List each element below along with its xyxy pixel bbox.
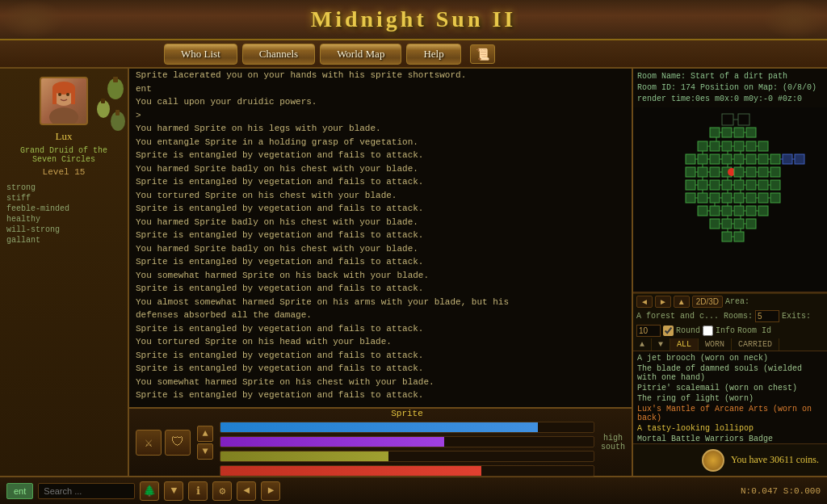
map-2d3d-btn[interactable]: 2D/3D bbox=[692, 296, 723, 308]
inv-tab-carried[interactable]: CARRIED bbox=[732, 338, 779, 351]
nav-world-map[interactable]: World Map bbox=[320, 44, 401, 65]
search-input[interactable] bbox=[38, 483, 135, 499]
svg-rect-40 bbox=[746, 154, 756, 164]
game-text-line: Sprite is entangled by vegetation and fa… bbox=[136, 175, 625, 189]
round-checkbox[interactable] bbox=[663, 326, 674, 336]
inventory-item[interactable]: A jet brooch (worn on neck) bbox=[637, 354, 823, 363]
main-layout: Lux Grand Druid of the Seven Circles Lev… bbox=[0, 69, 827, 476]
svg-rect-88 bbox=[734, 193, 744, 203]
scroll-up-button[interactable]: ▲ bbox=[197, 426, 213, 442]
svg-point-1 bbox=[49, 107, 78, 124]
svg-rect-20 bbox=[746, 128, 756, 137]
nav-bar: Who List Channels World Map Help 📜 bbox=[0, 40, 827, 69]
exits-label: Exits: bbox=[782, 312, 811, 321]
game-text-line: Sprite is entangled by vegetation and fa… bbox=[136, 388, 625, 402]
inventory-item[interactable]: Lux's Mantle of Arcane Arts (worn on bac… bbox=[637, 405, 823, 422]
svg-rect-69 bbox=[686, 180, 695, 190]
coins-text: You have 30611 coins. bbox=[731, 454, 819, 466]
map-nav-btn-2[interactable]: ► bbox=[655, 296, 671, 308]
svg-rect-110 bbox=[710, 219, 720, 229]
mp-bar-fill bbox=[220, 437, 444, 447]
char-stat-feeble-minded: feeble-minded bbox=[6, 204, 121, 213]
inventory-list[interactable]: A jet brooch (worn on neck)The blade of … bbox=[633, 351, 827, 443]
bottom-settings-icon[interactable]: ⚙ bbox=[212, 481, 232, 501]
nav-help[interactable]: Help bbox=[406, 44, 460, 65]
inventory-item[interactable]: Mortal Battle Warriors Badge bbox=[637, 435, 823, 443]
inv-tab-all[interactable]: ALL bbox=[670, 338, 699, 351]
inventory-item[interactable]: A tasty-looking lollipop bbox=[637, 424, 823, 433]
svg-rect-29 bbox=[758, 141, 768, 151]
character-name: Lux bbox=[56, 130, 73, 143]
svg-rect-72 bbox=[722, 180, 732, 190]
svg-rect-27 bbox=[734, 141, 744, 151]
hp-bar-fill bbox=[220, 422, 538, 432]
svg-rect-86 bbox=[710, 193, 720, 203]
inv-tab-worn[interactable]: WORN bbox=[699, 338, 732, 351]
scroll-arrows: ▲ ▼ bbox=[197, 426, 213, 460]
mp-bar-row bbox=[220, 436, 594, 447]
inv-scroll-up[interactable]: ▲ bbox=[633, 338, 652, 351]
combat-icon-2[interactable]: 🛡 bbox=[165, 430, 191, 456]
game-text-line: You somewhat harmed Sprite on his chest … bbox=[136, 376, 625, 389]
svg-rect-89 bbox=[746, 193, 756, 203]
svg-rect-18 bbox=[722, 128, 732, 137]
ent-button[interactable]: ent bbox=[6, 483, 33, 499]
map-view-btn[interactable]: ▲ bbox=[674, 296, 690, 308]
right-panel: Room Name: Start of a dirt path Room ID:… bbox=[633, 69, 827, 476]
game-text-line: Sprite is entangled by vegetation and fa… bbox=[136, 202, 625, 216]
direction-info: high south bbox=[601, 434, 625, 452]
rooms-input[interactable] bbox=[755, 310, 779, 322]
game-text-line: Sprite is entangled by vegetation and fa… bbox=[136, 362, 625, 376]
svg-rect-113 bbox=[746, 219, 756, 229]
game-text-line: Sprite is entangled by vegetation and fa… bbox=[136, 349, 625, 363]
inventory-item[interactable]: The ring of light (worn) bbox=[637, 394, 823, 403]
bottom-prev-icon[interactable]: ◄ bbox=[237, 481, 256, 501]
svg-rect-101 bbox=[722, 206, 732, 216]
xp-bar-row bbox=[220, 451, 594, 462]
combat-icon-1[interactable]: ⚔ bbox=[136, 430, 162, 456]
stat-bars: Sprite bbox=[220, 409, 594, 477]
char-stat-will-strong: will-strong bbox=[6, 225, 121, 234]
bottom-tree-icon[interactable]: 🌲 bbox=[140, 481, 159, 501]
inventory-tabs: ▲ ▼ ALL WORN CARRIED bbox=[633, 338, 827, 351]
character-level: Level 15 bbox=[43, 167, 86, 177]
svg-rect-70 bbox=[698, 180, 707, 190]
svg-rect-38 bbox=[722, 154, 732, 164]
svg-rect-75 bbox=[758, 180, 768, 190]
svg-rect-28 bbox=[746, 141, 756, 151]
nav-scroll-button[interactable]: 📜 bbox=[470, 44, 495, 64]
nav-channels[interactable]: Channels bbox=[242, 44, 315, 65]
sidebar-acorn-decor bbox=[87, 73, 128, 137]
svg-rect-85 bbox=[698, 193, 707, 203]
info-checkbox[interactable] bbox=[703, 326, 713, 336]
minimap-svg bbox=[633, 107, 827, 253]
minimap-area bbox=[633, 107, 827, 293]
map-nav-btn[interactable]: ◄ bbox=[636, 296, 653, 308]
game-text-line: ent bbox=[136, 82, 625, 96]
bottom-arrow-down-icon[interactable]: ▼ bbox=[164, 481, 183, 501]
svg-rect-42 bbox=[770, 154, 780, 164]
svg-rect-44 bbox=[795, 154, 804, 164]
game-text-line: You almost somewhat harmed Sprite on his… bbox=[136, 296, 625, 309]
bottom-next-icon[interactable]: ► bbox=[261, 481, 280, 501]
enemy-hp-bar-track bbox=[220, 465, 594, 477]
game-text-area[interactable]: What ?> mulchYou turn the corpse into mu… bbox=[129, 69, 632, 407]
banner-decor-right bbox=[762, 0, 827, 39]
scroll-down-button[interactable]: ▼ bbox=[197, 443, 213, 460]
xp-bar-fill bbox=[220, 452, 388, 461]
svg-rect-35 bbox=[686, 154, 695, 164]
svg-rect-99 bbox=[698, 206, 707, 216]
bottom-info-icon[interactable]: ℹ bbox=[188, 481, 208, 501]
character-title: Grand Druid of the Seven Circles bbox=[6, 146, 121, 164]
char-stat-stiff: stiff bbox=[6, 194, 121, 203]
nav-who-list[interactable]: Who List bbox=[164, 44, 237, 65]
inventory-item[interactable]: The blade of damned souls (wielded with … bbox=[637, 364, 823, 382]
game-text-line: Sprite is entangled by vegetation and fa… bbox=[136, 282, 625, 296]
game-text-line: You tortured Sprite on his head with you… bbox=[136, 335, 625, 349]
svg-rect-112 bbox=[734, 219, 744, 229]
inv-scroll-down[interactable]: ▼ bbox=[652, 338, 670, 351]
exits-input[interactable] bbox=[636, 325, 661, 337]
inventory-item[interactable]: Pitrie' scalemail (worn on chest) bbox=[637, 384, 823, 393]
char-stat-strong: strong bbox=[6, 183, 121, 192]
room-id-label: Room Id bbox=[737, 326, 771, 335]
